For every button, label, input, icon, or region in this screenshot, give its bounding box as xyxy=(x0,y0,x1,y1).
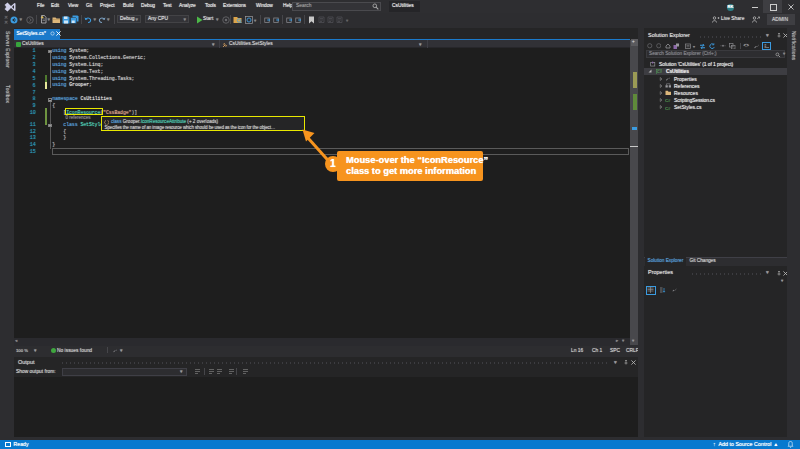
svg-text:C#: C# xyxy=(665,105,671,110)
svg-text:C#: C# xyxy=(665,98,671,103)
svg-text:C#: C# xyxy=(656,69,662,74)
